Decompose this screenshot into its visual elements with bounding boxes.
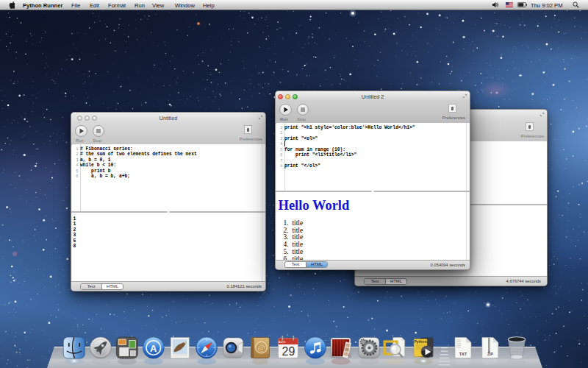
svg-text:ZIP: ZIP bbox=[487, 352, 493, 356]
svg-text:Python: Python bbox=[415, 339, 427, 344]
svg-text:A: A bbox=[150, 343, 157, 354]
svg-text:@: @ bbox=[257, 343, 265, 352]
svg-text:TXT: TXT bbox=[459, 352, 467, 356]
svg-text:29: 29 bbox=[282, 345, 295, 358]
